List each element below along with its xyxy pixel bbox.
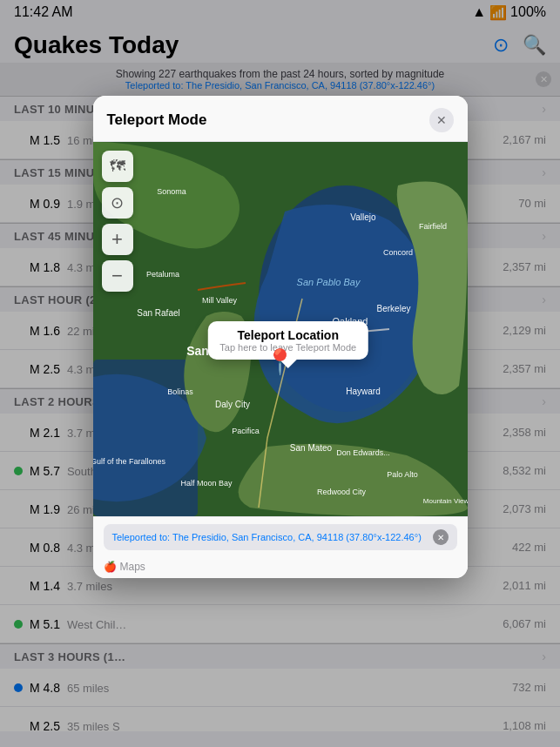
svg-text:Fairfield: Fairfield bbox=[418, 222, 446, 231]
svg-text:Daly City: Daly City bbox=[214, 400, 249, 409]
svg-text:San Pablo Bay: San Pablo Bay bbox=[296, 277, 361, 287]
svg-text:Sonoma: Sonoma bbox=[157, 187, 186, 196]
svg-text:Pacifica: Pacifica bbox=[232, 427, 260, 435]
svg-text:Berkeley: Berkeley bbox=[376, 304, 410, 313]
svg-text:Petaluma: Petaluma bbox=[145, 270, 179, 279]
teleport-modal: Teleport Mode ✕ bbox=[93, 96, 468, 578]
zoom-out-button[interactable]: − bbox=[102, 260, 133, 292]
location-button[interactable]: ⊙ bbox=[102, 187, 133, 219]
svg-text:Vallejo: Vallejo bbox=[350, 212, 376, 222]
svg-text:Palo Alto: Palo Alto bbox=[387, 470, 418, 479]
map-pin: 📍 bbox=[265, 347, 295, 376]
svg-text:Hayward: Hayward bbox=[346, 387, 380, 396]
zoom-in-button[interactable]: + bbox=[102, 224, 133, 255]
modal-header: Teleport Mode ✕ bbox=[93, 96, 468, 142]
svg-text:Gulf of the Farallones: Gulf of the Farallones bbox=[93, 457, 166, 466]
teleport-address-text: Teleported to: The Presidio, San Francis… bbox=[112, 532, 422, 542]
teleport-address-bar[interactable]: Teleported to: The Presidio, San Francis… bbox=[104, 524, 457, 550]
modal-overlay: Teleport Mode ✕ bbox=[0, 0, 560, 747]
svg-text:Bolinas: Bolinas bbox=[167, 387, 193, 396]
modal-title: Teleport Mode bbox=[107, 111, 207, 129]
modal-close-button[interactable]: ✕ bbox=[429, 108, 454, 132]
clear-address-button[interactable]: ✕ bbox=[433, 529, 449, 545]
teleport-popup-title: Teleport Location bbox=[219, 328, 356, 342]
map-container[interactable]: San Francisco San Rafael Petaluma Oaklan… bbox=[93, 142, 468, 516]
apple-logo: 🍎 bbox=[104, 561, 117, 573]
maps-label: Maps bbox=[120, 561, 145, 573]
map-controls: 🗺 ⊙ + − bbox=[102, 151, 133, 292]
svg-text:Mountain View: Mountain View bbox=[422, 497, 467, 505]
svg-text:San Rafael: San Rafael bbox=[137, 308, 179, 318]
svg-text:Mill Valley: Mill Valley bbox=[202, 296, 237, 305]
svg-text:Redwood City: Redwood City bbox=[316, 488, 366, 496]
map-type-button[interactable]: 🗺 bbox=[102, 151, 133, 182]
svg-text:Half Moon Bay: Half Moon Bay bbox=[180, 479, 233, 488]
modal-bottom-bar: Teleported to: The Presidio, San Francis… bbox=[93, 516, 468, 557]
maps-footer: 🍎 Maps bbox=[93, 557, 468, 578]
svg-text:Concord: Concord bbox=[382, 248, 412, 257]
svg-text:Don Edwards...: Don Edwards... bbox=[336, 448, 390, 457]
svg-text:San Mateo: San Mateo bbox=[289, 443, 332, 453]
